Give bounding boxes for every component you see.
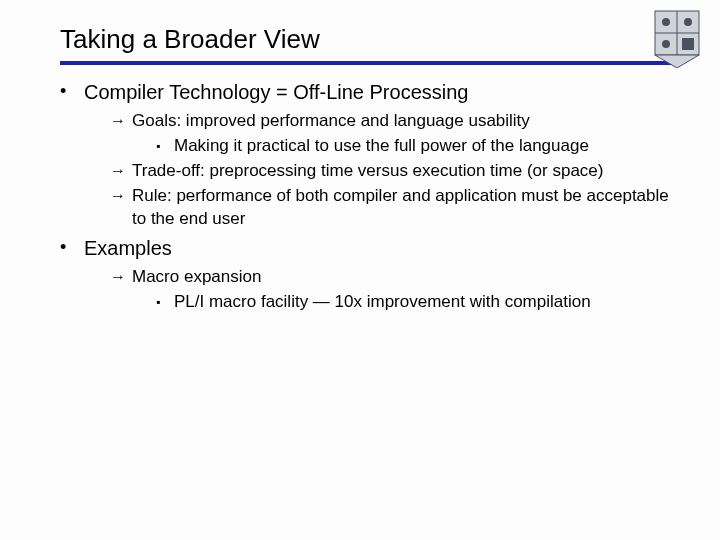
bullet-text: Making it practical to use the full powe… (174, 135, 589, 158)
bullet-compiler-tech: • Compiler Technology = Off-Line Process… (60, 79, 672, 106)
dot-bullet-icon: • (60, 235, 84, 262)
arrow-bullet-icon: → (110, 110, 132, 133)
slide-title: Taking a Broader View (60, 24, 672, 55)
bullet-macro-sub: ▪ PL/I macro facility — 10x improvement … (156, 291, 672, 314)
bullet-text: Goals: improved performance and language… (132, 110, 530, 133)
svg-point-3 (662, 18, 670, 26)
bullet-text: Rule: performance of both compiler and a… (132, 185, 672, 231)
square-bullet-icon: ▪ (156, 291, 174, 314)
bullet-text: Trade-off: preprocessing time versus exe… (132, 160, 603, 183)
arrow-bullet-icon: → (110, 160, 132, 183)
bullet-goals-sub: ▪ Making it practical to use the full po… (156, 135, 672, 158)
bullet-rule: → Rule: performance of both compiler and… (110, 185, 672, 231)
slide-content: • Compiler Technology = Off-Line Process… (60, 79, 672, 314)
arrow-bullet-icon: → (110, 266, 132, 289)
bullet-text: Examples (84, 235, 172, 262)
square-bullet-icon: ▪ (156, 135, 174, 158)
bullet-text: Compiler Technology = Off-Line Processin… (84, 79, 468, 106)
bullet-macro: → Macro expansion (110, 266, 672, 289)
crest-logo (654, 10, 700, 68)
svg-point-4 (684, 18, 692, 26)
dot-bullet-icon: • (60, 79, 84, 106)
bullet-tradeoff: → Trade-off: preprocessing time versus e… (110, 160, 672, 183)
bullet-text: Macro expansion (132, 266, 261, 289)
bullet-text: PL/I macro facility — 10x improvement wi… (174, 291, 591, 314)
bullet-examples: • Examples (60, 235, 672, 262)
bullet-goals: → Goals: improved performance and langua… (110, 110, 672, 133)
arrow-bullet-icon: → (110, 185, 132, 231)
title-underline (60, 61, 672, 65)
svg-point-5 (662, 40, 670, 48)
slide: Taking a Broader View • Compiler Technol… (0, 0, 720, 540)
